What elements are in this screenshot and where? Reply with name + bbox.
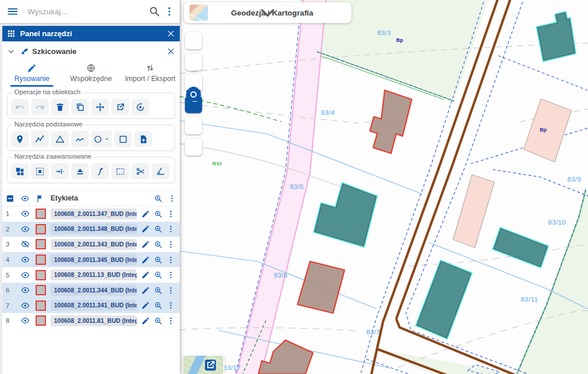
layer-label-pill[interactable]: 100608_2.0011.347_BUD (Inte [51,209,137,219]
row-kebab-icon[interactable] [167,240,175,249]
visibility-eye-icon[interactable] [21,316,36,325]
style-swatch[interactable] [36,209,46,219]
tool-cut-button[interactable] [131,163,149,179]
tab-wspolrzedne[interactable]: Współrzędne [61,60,121,87]
style-swatch[interactable] [36,270,46,280]
tab-rysowanie[interactable]: Rysowanie [2,60,61,87]
edit-layer-icon[interactable] [141,210,150,218]
visibility-eye-icon[interactable] [21,255,36,264]
zoom-to-layer-icon[interactable] [154,256,163,264]
list-kebab-icon[interactable] [168,194,176,203]
pencil-icon [141,210,150,218]
kebab-icon[interactable] [164,6,175,17]
visibility-eye-icon[interactable] [21,271,36,280]
tool-rotate-button[interactable] [131,99,149,115]
label-flag-icon[interactable] [36,194,44,203]
zoom-to-layer-icon[interactable] [154,286,163,295]
style-swatch[interactable] [36,285,46,295]
tool-buffer-button[interactable] [31,163,49,179]
menu-icon[interactable] [7,6,18,17]
tool-extrude-button[interactable] [71,163,89,179]
globe-icon [86,63,96,73]
tool-select-area-button[interactable] [111,163,129,179]
style-swatch[interactable] [36,255,46,265]
visibility-eye-icon[interactable] [21,225,36,234]
visibility-eye-off-icon[interactable] [21,240,36,249]
style-swatch[interactable] [36,239,46,249]
tool-draw-polygon-button[interactable] [51,131,69,147]
zoom-to-layer-icon[interactable] [154,225,163,233]
search-input[interactable] [26,7,143,17]
zoom-to-layer-icon[interactable] [154,210,163,218]
overview-minimap[interactable] [182,354,225,374]
tab-import-eksport[interactable]: Import / Eksport [121,60,180,87]
grid-icon [7,29,16,38]
style-swatch[interactable] [36,300,46,311]
edit-layer-icon[interactable] [141,271,150,279]
tool-draw-circle-button[interactable] [91,131,112,147]
row-kebab-icon[interactable] [167,271,175,279]
tool-offset-button[interactable] [51,163,69,179]
row-kebab-icon[interactable] [167,256,175,264]
building-teal-3 [494,229,547,267]
layer-label-pill[interactable]: 100608_2.0011.344_BUD (Inte [51,285,137,296]
zoom-to-layer-icon[interactable] [154,317,163,325]
layer-label-pill[interactable]: 100608_2.0011.343_BUD (Inte [51,239,137,250]
style-swatch[interactable] [36,224,46,234]
toggle-all-visibility-eye-icon[interactable] [21,194,29,203]
edit-layer-icon[interactable] [141,317,150,325]
zoom-in-icon [154,256,163,264]
profile-selector[interactable]: Geodezja i Kartografia [184,2,351,23]
edit-layer-icon[interactable] [141,286,150,295]
row-kebab-icon[interactable] [167,210,175,218]
tool-draw-freehand-button[interactable] [71,131,89,147]
zoom-to-layer-icon[interactable] [154,301,163,310]
layer-label-pill[interactable]: 100608_2.0011.345_BUD (Inte [51,255,137,265]
tool-split-button[interactable] [91,163,109,179]
row-kebab-icon[interactable] [167,317,175,325]
row-kebab-icon[interactable] [167,286,175,295]
tool-move-button[interactable] [91,99,109,115]
edit-layer-icon[interactable] [141,256,150,264]
layer-label-pill[interactable]: 100608_2.0011.348_BUD (Inte [51,223,137,234]
map-tool-screenshot-button[interactable] [185,138,202,156]
map-canvas[interactable]: 83/3Bp83/4RVI83/583/683/783/1783/983/10B… [180,0,588,374]
expand-minimap-button[interactable] [205,360,216,371]
tab-label: Rysowanie [14,75,49,83]
visibility-eye-icon[interactable] [21,301,36,310]
layer-label-pill[interactable]: 100608_2.0011.81_BUD (Integ [51,315,137,326]
tool-delete-button[interactable] [51,99,69,115]
close-panel-icon[interactable] [167,29,175,38]
edit-layer-icon[interactable] [141,301,150,310]
tool-merge-button[interactable] [11,163,29,179]
edit-layer-icon[interactable] [141,240,150,249]
visibility-eye-icon[interactable] [21,286,36,295]
style-swatch[interactable] [36,315,46,326]
tool-measure-angle-button[interactable] [152,163,169,179]
search-icon[interactable] [149,6,160,17]
layer-label-pill[interactable]: 100608_2.0011.13_BUD (Integ [51,269,137,280]
collapse-chevron-icon[interactable] [7,47,16,56]
zoom-to-layer-icon[interactable] [154,240,163,249]
tool-undo-button[interactable] [11,99,29,115]
row-kebab-icon[interactable] [167,225,175,233]
buildings-pink[interactable] [453,99,571,248]
close-section-icon[interactable] [167,47,175,56]
map-svg[interactable] [180,0,588,374]
tool-redo-button[interactable] [31,99,49,115]
tool-draw-rectangle-button[interactable] [114,131,132,147]
layer-label-pill[interactable]: 100608_2.0011.341_BUD (Integ [51,300,137,311]
zoom-to-layer-icon[interactable] [154,271,163,279]
tool-draw-polyline-button[interactable] [31,131,49,147]
tool-add-from-file-button[interactable] [134,131,152,147]
tool-copy-button[interactable] [71,99,89,115]
edit-layer-icon[interactable] [141,225,150,233]
tool-edit-external-button[interactable] [111,99,129,115]
zoom-in-icon [154,210,163,218]
zoom-all-icon[interactable] [154,194,163,203]
select-all-checkbox[interactable] [6,194,14,203]
building-teal-4 [417,261,471,338]
row-kebab-icon[interactable] [167,301,175,310]
visibility-eye-icon[interactable] [21,209,36,218]
tool-draw-point-button[interactable] [11,131,29,147]
